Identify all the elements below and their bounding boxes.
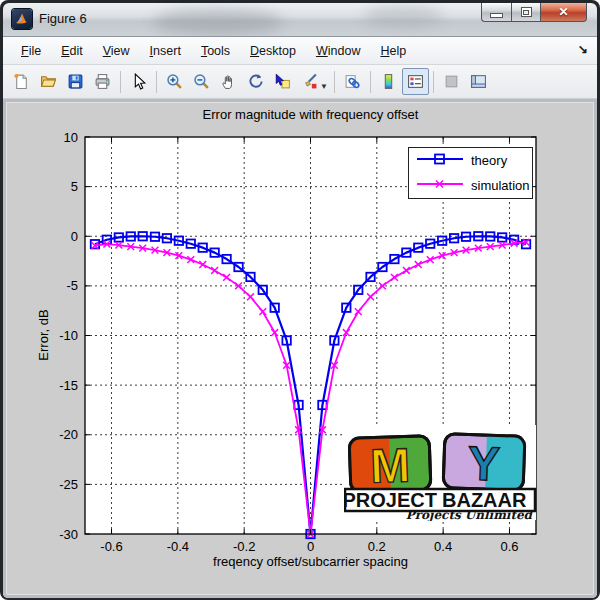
x-tick-label: 0 [307, 539, 314, 554]
title-bar[interactable]: Figure 6 ✕ [3, 3, 597, 37]
toolbar-separator [433, 71, 434, 93]
brush-icon [301, 73, 318, 90]
y-tick-label: 0 [71, 229, 78, 244]
colorbar-icon [380, 73, 397, 90]
matlab-logo-icon [12, 9, 32, 29]
menu-file[interactable]: File [11, 40, 51, 62]
menu-tools[interactable]: Tools [191, 40, 240, 62]
hide-plot-tools-button[interactable] [438, 68, 465, 95]
figure-window: Figure 6 ✕ File Edit View Insert Tools D… [0, 0, 600, 600]
data-cursor-icon [274, 73, 291, 90]
chart-title: Error magnitude with frequency offset [85, 107, 536, 122]
aero-blur-decoration [363, 5, 443, 27]
logo-tagline: Projects Unlimited [406, 508, 534, 521]
y-axis-label: Error, dB [36, 255, 52, 415]
logo-tile-m: M [349, 436, 431, 494]
x-tick-label: 0.2 [368, 539, 386, 554]
zoom-in-icon [166, 73, 183, 90]
legend-entry-theory: theory [409, 150, 532, 172]
maximize-button[interactable] [511, 3, 541, 22]
menu-bar: File Edit View Insert Tools Desktop Wind… [3, 37, 597, 65]
menu-help[interactable]: Help [370, 40, 416, 62]
x-axis-label: freqency offset/subcarrier spacing [85, 554, 536, 569]
menu-edit[interactable]: Edit [51, 40, 93, 62]
simulation-line-sample [416, 177, 464, 195]
show-plot-tools-icon [470, 73, 487, 90]
zoom-out-icon [193, 73, 210, 90]
brush-data-button[interactable] [296, 68, 323, 95]
show-plot-tools-button[interactable] [465, 68, 492, 95]
zoom-out-button[interactable] [188, 68, 215, 95]
menu-window[interactable]: Window [306, 40, 370, 62]
x-tick-label: -0.6 [100, 539, 122, 554]
x-tick-label: -0.4 [167, 539, 189, 554]
y-tick-label: 10 [64, 130, 78, 145]
print-figure-button[interactable] [89, 68, 116, 95]
figure-toolbar: ▼ [3, 65, 597, 99]
x-tick-label: 0.6 [500, 539, 518, 554]
my-project-bazaar-watermark: M Y PROJECT BAZAAR Projects Unlimited [344, 413, 537, 521]
legend-entry-simulation: simulation [409, 175, 532, 197]
y-tick-label: -5 [66, 278, 78, 293]
legend-label-simulation: simulation [471, 178, 530, 193]
minimize-icon [490, 13, 503, 18]
pan-button[interactable] [215, 68, 242, 95]
legend-label-theory: theory [471, 153, 507, 168]
toolbar-separator [334, 71, 335, 93]
brush-dropdown-caret-icon[interactable]: ▼ [320, 82, 328, 91]
new-document-icon [13, 73, 30, 90]
maximize-icon [521, 7, 532, 17]
link-plots-button[interactable] [339, 68, 366, 95]
y-tick-label: 5 [71, 179, 78, 194]
aero-blur-decoration [153, 9, 283, 35]
logo-letter-y: Y [467, 436, 501, 490]
save-floppy-icon [67, 73, 84, 90]
pan-hand-icon [220, 73, 237, 90]
edit-plot-button[interactable] [125, 68, 152, 95]
chart-legend[interactable]: theory simulation [408, 147, 533, 199]
menu-view[interactable]: View [93, 40, 140, 62]
close-icon: ✕ [558, 6, 568, 18]
hide-plot-tools-icon [443, 73, 460, 90]
data-cursor-button[interactable] [269, 68, 296, 95]
rotate-icon [247, 73, 264, 90]
dock-figure-arrow-icon[interactable]: ↘ [578, 42, 588, 56]
x-tick-label: 0.4 [434, 539, 452, 554]
pointer-arrow-icon [130, 73, 147, 90]
y-tick-label: -30 [59, 527, 78, 542]
theory-line-sample [416, 152, 464, 170]
new-figure-button[interactable] [8, 68, 35, 95]
y-tick-label: -20 [59, 427, 78, 442]
toolbar-separator [370, 71, 371, 93]
insert-legend-button[interactable] [402, 68, 429, 95]
window-title: Figure 6 [39, 11, 87, 26]
printer-icon [94, 73, 111, 90]
insert-colorbar-button[interactable] [375, 68, 402, 95]
open-file-button[interactable] [35, 68, 62, 95]
toolbar-separator [120, 71, 121, 93]
menu-desktop[interactable]: Desktop [240, 40, 306, 62]
save-figure-button[interactable] [62, 68, 89, 95]
figure-canvas: -0.6-0.4-0.200.20.40.61050-5-10-15-20-25… [3, 99, 597, 598]
y-tick-label: -15 [59, 378, 78, 393]
window-controls: ✕ [481, 3, 587, 22]
y-tick-label: -10 [59, 328, 78, 343]
close-button[interactable]: ✕ [541, 3, 587, 22]
rotate-3d-button[interactable] [242, 68, 269, 95]
minimize-button[interactable] [481, 3, 511, 22]
open-folder-icon [40, 73, 57, 90]
logo-letter-m: M [369, 438, 411, 492]
x-tick-label: -0.2 [233, 539, 255, 554]
logo-tile-y: Y [443, 434, 525, 492]
legend-icon [407, 73, 424, 90]
y-tick-label: -25 [59, 477, 78, 492]
toolbar-separator [156, 71, 157, 93]
menu-insert[interactable]: Insert [140, 40, 191, 62]
link-chain-icon [344, 73, 361, 90]
zoom-in-button[interactable] [161, 68, 188, 95]
